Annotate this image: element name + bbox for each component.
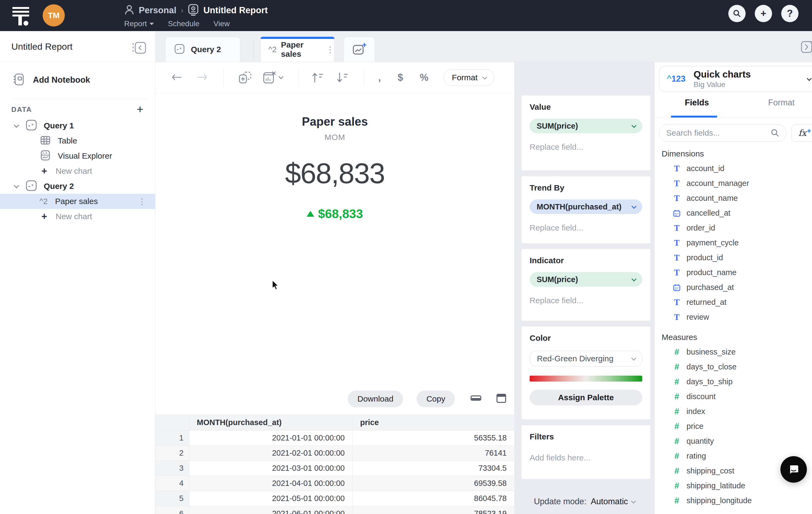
sort-ascending-button[interactable]: [311, 72, 325, 83]
sidebar-item-visual-explorer[interactable]: Visual Explorer: [0, 148, 155, 163]
measure-item[interactable]: #business_size: [655, 345, 812, 359]
table-icon: [39, 134, 51, 147]
sort-descending-button[interactable]: [335, 72, 350, 83]
mode-logo-icon[interactable]: [12, 6, 39, 27]
text-type-icon: T: [671, 253, 682, 263]
quick-charts-selector[interactable]: ^123 Quick charts Big Value: [659, 66, 812, 92]
download-button[interactable]: Download: [348, 390, 403, 407]
add-fields-dropzone[interactable]: Add fields here...: [530, 453, 642, 462]
chat-widget-button[interactable]: [780, 456, 807, 483]
month-column-header[interactable]: MONTH(purchased_at): [189, 415, 352, 431]
quick-charts-title: Quick charts: [694, 69, 807, 80]
menu-view[interactable]: View: [213, 20, 230, 28]
dimension-item[interactable]: Torder_id: [655, 220, 812, 235]
avatar[interactable]: TM: [42, 4, 65, 26]
help-button[interactable]: ?: [781, 5, 799, 22]
table-row: 12021-01-01 00:00:0056355.18: [156, 431, 515, 445]
add-button[interactable]: +: [755, 5, 772, 22]
redo-button[interactable]: [196, 73, 208, 82]
menu-report[interactable]: Report: [124, 20, 154, 28]
chevron-down-icon[interactable]: [14, 123, 19, 128]
sidebar-item-new-chart-2[interactable]: + New chart: [0, 209, 155, 224]
tab-paper-sales[interactable]: ^2 Paper sales ⋮: [261, 37, 335, 62]
dimension-item[interactable]: Taccount_name: [655, 191, 812, 206]
measure-item[interactable]: #price: [655, 419, 812, 434]
menu-schedule[interactable]: Schedule: [168, 20, 200, 28]
update-mode-select[interactable]: Automatic: [591, 497, 635, 507]
table-row: 52021-05-01 00:00:0086045.78: [156, 491, 515, 506]
measure-item[interactable]: #days_to_ship: [655, 374, 812, 389]
field-label: index: [687, 407, 705, 416]
value-field-pill[interactable]: SUM(price): [530, 119, 642, 133]
price-column-header[interactable]: price: [352, 415, 515, 431]
measure-item[interactable]: #shipping_longitude: [655, 493, 812, 508]
number-type-icon: #: [671, 377, 682, 387]
measure-item[interactable]: #index: [655, 404, 812, 419]
add-formula-button[interactable]: fx+: [791, 124, 812, 142]
currency-format-button[interactable]: $: [398, 72, 403, 83]
breadcrumb-report-title[interactable]: Untitled Report: [203, 5, 267, 16]
sidebar-item-query2[interactable]: * Query 2: [0, 179, 155, 194]
sidebar-item-new-chart-1[interactable]: + New chart: [0, 163, 155, 179]
sidebar-item-query1[interactable]: * Query 1: [0, 118, 155, 133]
search-fields-box[interactable]: [659, 124, 786, 142]
sidebar-item-paper-sales[interactable]: ^2 Paper sales ⋮: [0, 194, 155, 209]
divider: [253, 41, 254, 58]
assign-palette-button[interactable]: Assign Palette: [530, 390, 642, 405]
table-row: 42021-04-01 00:00:0069539.58: [156, 476, 515, 491]
undo-button[interactable]: [171, 73, 183, 82]
collapse-sidebar-icon[interactable]: [132, 41, 147, 56]
dimension-item[interactable]: Taccount_manager: [655, 176, 812, 191]
duplicate-chart-button[interactable]: [237, 70, 253, 85]
measure-item[interactable]: #quantity: [655, 434, 812, 449]
breadcrumb-workspace[interactable]: Personal: [139, 5, 176, 16]
tree-item-label: Query 1: [44, 121, 74, 130]
copy-button[interactable]: Copy: [416, 390, 455, 407]
dimension-item[interactable]: Treturned_at: [655, 295, 812, 310]
chevron-down-icon: [483, 75, 487, 79]
dimensions-label: Dimensions: [662, 149, 812, 158]
replace-field-dropzone[interactable]: Replace field...: [530, 223, 642, 233]
format-dropdown[interactable]: Format: [443, 69, 494, 86]
replace-field-dropzone[interactable]: Replace field...: [530, 142, 642, 152]
chart-title: Paper sales: [155, 115, 514, 128]
trend-field-pill[interactable]: MONTH(purchased_at): [530, 199, 642, 214]
clear-chart-button[interactable]: [262, 70, 285, 85]
measure-item[interactable]: #discount: [655, 389, 812, 404]
dimension-item[interactable]: Taccount_id: [655, 161, 812, 176]
percent-format-button[interactable]: %: [420, 72, 428, 83]
add-data-button[interactable]: +: [137, 105, 143, 114]
add-notebook-button[interactable]: Add Notebook: [12, 73, 155, 87]
tab-query2[interactable]: * Query 2: [165, 37, 240, 62]
indicator-value: $68,833: [155, 207, 514, 221]
measure-item[interactable]: #days_to_close: [655, 359, 812, 374]
indicator-field-pill[interactable]: SUM(price): [530, 272, 642, 287]
dimension-item[interactable]: Tproduct_id: [655, 250, 812, 265]
comma-format-button[interactable]: ,: [378, 72, 381, 83]
update-mode-label: Update mode:: [534, 497, 587, 507]
number-type-icon: #: [671, 347, 682, 357]
dimension-item[interactable]: Tpayment_cycle: [655, 235, 812, 250]
collapse-right-panel-icon[interactable]: [801, 40, 812, 55]
search-fields-input[interactable]: [666, 128, 771, 138]
kebab-menu-icon[interactable]: ⋮: [138, 197, 146, 206]
table-row: 32021-03-01 00:00:0073304.5: [156, 461, 515, 476]
search-button[interactable]: [728, 5, 746, 22]
sidebar-item-table[interactable]: Table: [0, 133, 155, 148]
collapse-table-icon[interactable]: [470, 394, 481, 404]
dimension-item[interactable]: cancelled_at: [655, 206, 812, 220]
trend-by-shelf: Trend By MONTH(purchased_at) Replace fie…: [521, 176, 650, 243]
dimension-item[interactable]: Tproduct_name: [655, 265, 812, 280]
palette-select[interactable]: Red-Green Diverging: [530, 351, 642, 367]
kebab-menu-icon[interactable]: ⋮: [326, 45, 334, 54]
new-chart-tab-button[interactable]: +: [344, 37, 375, 62]
expand-table-icon[interactable]: [496, 394, 506, 404]
tab-fields[interactable]: Fields: [655, 98, 739, 117]
tab-format[interactable]: Format: [739, 98, 812, 117]
dimension-item[interactable]: purchased_at: [655, 280, 812, 295]
search-icon: [733, 9, 741, 18]
breadcrumb: Personal › Untitled Report: [124, 4, 268, 17]
dimension-item[interactable]: Treview: [655, 310, 812, 325]
replace-field-dropzone[interactable]: Replace field...: [530, 296, 642, 305]
chevron-down-icon[interactable]: [14, 183, 19, 188]
